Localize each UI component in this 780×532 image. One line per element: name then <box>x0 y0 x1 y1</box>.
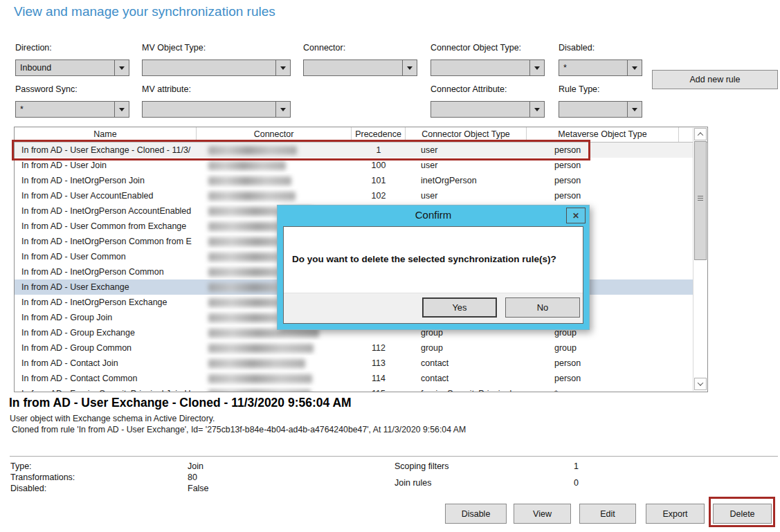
vertical-scrollbar[interactable] <box>693 128 707 391</box>
column-header-name[interactable]: Name <box>15 127 197 142</box>
rule-type-label: Rule Type: <box>559 84 600 94</box>
precedence-cell: 102 <box>352 191 406 201</box>
table-row[interactable]: In from AD - Contact Join113contactperso… <box>15 356 693 371</box>
password-sync-label: Password Sync: <box>15 84 78 94</box>
connector-cell <box>197 340 352 356</box>
table-row[interactable]: In from AD - Group Common112groupgroup <box>15 340 693 356</box>
join-rules-value: 0 <box>574 478 579 488</box>
connector-attribute-select[interactable] <box>430 101 545 118</box>
chevron-down-icon <box>114 59 129 76</box>
export-button[interactable]: Export <box>646 504 705 524</box>
connector-attribute-label: Connector Attribute: <box>430 84 507 94</box>
edit-button[interactable]: Edit <box>579 504 636 524</box>
precedence-cell: 114 <box>352 374 406 383</box>
precedence-cell: 1 <box>352 145 406 155</box>
scroll-up-button[interactable] <box>694 128 707 140</box>
rule-name-cell: In from AD - InetOrgPerson Join <box>15 176 197 185</box>
add-new-rule-button[interactable]: Add new rule <box>652 70 778 89</box>
page-title: View and manage your synchronization rul… <box>14 4 275 19</box>
transformations-label: Transformations: <box>10 473 75 482</box>
redacted-connector-name <box>208 176 291 185</box>
connector-object-type-cell: inetOrgPerson <box>406 176 527 185</box>
connector-object-type-cell: group <box>406 343 527 353</box>
direction-select[interactable]: Inbound <box>15 59 129 76</box>
column-header-precedence[interactable]: Precedence <box>352 127 406 142</box>
rule-name-cell: In from AD - Contact Join <box>15 358 197 368</box>
rule-name-cell: In from AD - Group Common <box>15 343 197 353</box>
yes-button[interactable]: Yes <box>422 297 497 318</box>
rule-name-cell: In from AD - User Exchange - Cloned - 11… <box>15 145 197 155</box>
table-row[interactable]: In from AD - InetOrgPerson Join101inetOr… <box>15 173 693 188</box>
metaverse-object-type-cell: person <box>527 374 679 383</box>
dialog-footer: Yes No <box>284 293 583 323</box>
chevron-down-icon <box>529 59 545 76</box>
view-button[interactable]: View <box>514 504 571 524</box>
disabled-select[interactable]: * <box>559 59 642 76</box>
mv-attribute-select[interactable] <box>142 101 291 118</box>
connector-object-type-select[interactable] <box>430 59 545 76</box>
scoping-filters-label: Scoping filters <box>394 461 449 471</box>
rule-name-cell: In from AD - User AccountEnabled <box>15 191 197 201</box>
password-sync-select[interactable]: * <box>15 101 129 118</box>
table-row[interactable]: In from AD - User Join100userperson <box>15 158 693 173</box>
column-header-metaverse-object-type[interactable]: Metaverse Object Type <box>527 127 679 142</box>
precedence-cell: 112 <box>352 343 406 353</box>
precedence-cell: 113 <box>352 358 406 368</box>
section-divider <box>10 456 778 457</box>
metaverse-object-type-cell: * <box>527 389 679 392</box>
rule-detail-heading: In from AD - User Exchange - Cloned - 11… <box>9 396 352 410</box>
chevron-up-icon <box>698 132 703 138</box>
rule-name-cell: In from AD - User Join <box>15 160 197 170</box>
close-icon[interactable]: ✕ <box>566 208 586 223</box>
rule-name-cell: In from AD - Contact Common <box>15 374 197 383</box>
dialog-message: Do you want to delete the selected synch… <box>292 254 556 264</box>
rule-name-cell: In from AD - User Common <box>15 252 197 262</box>
chevron-down-icon <box>114 101 129 118</box>
table-row[interactable]: In from AD - ForeignSecurityPrincipal Jo… <box>15 386 693 392</box>
rule-name-cell: In from AD - User Common from Exchange <box>15 221 197 231</box>
connector-cell <box>197 371 352 386</box>
precedence-cell: 100 <box>352 160 406 170</box>
type-value: Join <box>188 461 203 471</box>
chevron-down-icon <box>529 101 545 118</box>
connector-cell <box>197 173 352 188</box>
column-header-connector[interactable]: Connector <box>197 127 352 142</box>
connector-object-type-cell: user <box>406 191 527 201</box>
table-header: Name Connector Precedence Connector Obje… <box>15 127 707 143</box>
disabled-prop-value: False <box>188 484 209 493</box>
connector-cell <box>197 158 352 173</box>
rule-type-select[interactable] <box>559 101 642 118</box>
delete-button[interactable]: Delete <box>713 504 772 524</box>
rule-name-cell: In from AD - InetOrgPerson Common from E <box>15 237 197 246</box>
grip-icon <box>698 196 703 201</box>
connector-label: Connector: <box>303 43 345 53</box>
metaverse-object-type-cell: person <box>527 160 679 170</box>
scrollbar-thumb[interactable] <box>694 141 707 260</box>
connector-select[interactable] <box>303 59 417 76</box>
no-button[interactable]: No <box>505 297 580 318</box>
rule-name-cell: In from AD - Group Exchange <box>15 328 197 338</box>
table-row[interactable]: In from AD - Contact Common114contactper… <box>15 371 693 386</box>
metaverse-object-type-cell: person <box>527 358 679 368</box>
join-rules-label: Join rules <box>394 478 432 488</box>
connector-object-type-cell: user <box>406 145 527 155</box>
mv-object-type-label: MV Object Type: <box>142 43 206 53</box>
dialog-body: Do you want to delete the selected synch… <box>283 226 583 324</box>
metaverse-object-type-cell: person <box>527 191 679 201</box>
redacted-connector-name <box>208 146 297 155</box>
disable-button[interactable]: Disable <box>445 504 507 524</box>
redacted-connector-name <box>208 359 305 368</box>
metaverse-object-type-cell: person <box>527 145 679 155</box>
mv-attribute-label: MV attribute: <box>142 84 191 94</box>
scroll-down-button[interactable] <box>694 378 707 390</box>
redacted-connector-name <box>208 192 296 201</box>
table-row[interactable]: In from AD - User Exchange - Cloned - 11… <box>15 143 693 158</box>
connector-cell <box>197 386 352 392</box>
table-row[interactable]: In from AD - User AccountEnabled102userp… <box>15 188 693 203</box>
sync-rules-editor-window: View and manage your synchronization rul… <box>0 0 780 532</box>
type-label: Type: <box>10 461 32 471</box>
connector-cell <box>197 188 352 203</box>
mv-object-type-select[interactable] <box>142 59 291 76</box>
connector-cell <box>197 356 352 371</box>
column-header-connector-object-type[interactable]: Connector Object Type <box>406 127 527 142</box>
